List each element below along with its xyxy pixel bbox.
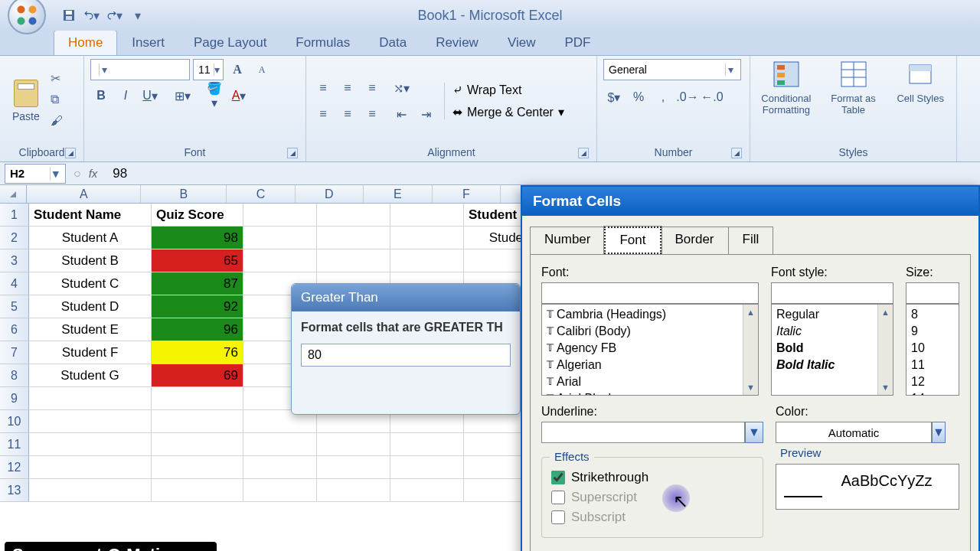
fc-style-input[interactable] bbox=[771, 282, 893, 304]
fc-superscript-check[interactable]: Superscript bbox=[551, 490, 753, 505]
row-header[interactable]: 4 bbox=[0, 272, 29, 295]
greater-than-input[interactable] bbox=[301, 344, 511, 367]
redo-icon[interactable]: ▾ bbox=[107, 8, 122, 23]
fc-color-select[interactable]: ▼ bbox=[776, 422, 906, 443]
fc-strikethrough-check[interactable]: Strikethrough bbox=[551, 470, 753, 485]
currency-icon[interactable]: $▾ bbox=[603, 86, 625, 108]
fc-font-option[interactable]: 𝕋Cambria (Headings) bbox=[544, 306, 756, 323]
orientation-icon[interactable]: ⤭▾ bbox=[390, 77, 412, 99]
fc-size-option[interactable]: 8 bbox=[908, 306, 957, 323]
fc-style-option[interactable]: Bold Italic bbox=[773, 357, 891, 373]
decrease-indent-icon[interactable]: ⇤ bbox=[390, 103, 412, 125]
fc-style-option[interactable]: Italic bbox=[773, 323, 891, 340]
cell[interactable]: Student A bbox=[29, 227, 152, 249]
number-launcher-icon[interactable]: ◢ bbox=[731, 148, 742, 158]
scroll-down-icon[interactable]: ▼ bbox=[743, 380, 758, 395]
row-header[interactable]: 12 bbox=[0, 456, 29, 479]
percent-icon[interactable]: % bbox=[628, 86, 649, 108]
shrink-font-icon[interactable]: A bbox=[251, 59, 273, 80]
tab-data[interactable]: Data bbox=[364, 30, 421, 55]
cell[interactable]: Student C bbox=[29, 272, 152, 295]
cell[interactable]: Quiz Score bbox=[152, 204, 243, 227]
fc-font-option[interactable]: 𝕋Arial bbox=[544, 373, 756, 390]
col-header-b[interactable]: B bbox=[141, 185, 227, 203]
tab-pdf[interactable]: PDF bbox=[550, 30, 605, 55]
tab-formulas[interactable]: Formulas bbox=[281, 30, 364, 55]
tab-page-layout[interactable]: Page Layout bbox=[179, 30, 281, 55]
font-size-combo[interactable]: 11▾ bbox=[193, 59, 224, 80]
cancel-formula-icon[interactable]: ○ bbox=[74, 167, 81, 181]
fc-font-option[interactable]: 𝕋Arial Black bbox=[544, 390, 756, 396]
align-right-icon[interactable]: ≡ bbox=[361, 103, 383, 125]
col-header-a[interactable]: A bbox=[27, 185, 141, 203]
align-middle-icon[interactable]: ≡ bbox=[337, 77, 358, 99]
cell[interactable]: 87 bbox=[152, 272, 243, 295]
format-as-table-button[interactable]: Format as Table bbox=[824, 59, 884, 116]
row-header[interactable]: 1 bbox=[0, 204, 29, 227]
font-name-combo[interactable]: ▾ bbox=[90, 59, 190, 80]
underline-button[interactable]: U▾ bbox=[139, 85, 161, 106]
align-left-icon[interactable]: ≡ bbox=[312, 103, 334, 125]
save-icon[interactable] bbox=[61, 8, 77, 23]
row-header[interactable]: 13 bbox=[0, 479, 29, 502]
fc-font-list[interactable]: 𝕋Cambria (Headings)𝕋Calibri (Body)𝕋Agenc… bbox=[541, 304, 759, 396]
row-header[interactable]: 3 bbox=[0, 249, 29, 272]
chevron-down-icon[interactable]: ▼ bbox=[745, 422, 763, 443]
cell[interactable]: Student Name bbox=[29, 204, 152, 227]
fc-subscript-check[interactable]: Subscript bbox=[551, 510, 753, 525]
fc-underline-select[interactable]: ▼ bbox=[541, 422, 763, 443]
decrease-decimal-icon[interactable]: ←.0 bbox=[701, 86, 723, 108]
align-bottom-icon[interactable]: ≡ bbox=[361, 77, 383, 99]
name-box[interactable]: H2▾ bbox=[5, 164, 66, 184]
select-all-corner[interactable] bbox=[0, 185, 27, 203]
bold-button[interactable]: B bbox=[90, 85, 112, 106]
border-button[interactable]: ⊞▾ bbox=[172, 85, 193, 106]
formula-input[interactable]: 98 bbox=[105, 166, 127, 181]
fc-font-option[interactable]: 𝕋Calibri (Body) bbox=[544, 323, 756, 340]
italic-button[interactable]: I bbox=[115, 85, 136, 106]
increase-indent-icon[interactable]: ⇥ bbox=[415, 103, 436, 125]
row-header[interactable]: 9 bbox=[0, 387, 29, 410]
row-header[interactable]: 11 bbox=[0, 433, 29, 456]
increase-decimal-icon[interactable]: .0→ bbox=[677, 86, 698, 108]
format-painter-icon[interactable]: 🖌 bbox=[51, 114, 67, 131]
scroll-up-icon[interactable]: ▲ bbox=[878, 305, 893, 320]
merge-center-button[interactable]: ⬌ Merge & Center ▾ bbox=[452, 105, 564, 119]
row-header[interactable]: 6 bbox=[0, 318, 29, 341]
row-header[interactable]: 8 bbox=[0, 364, 29, 387]
tab-view[interactable]: View bbox=[493, 30, 550, 55]
align-center-icon[interactable]: ≡ bbox=[337, 103, 358, 125]
fc-size-input[interactable] bbox=[906, 282, 959, 304]
worksheet[interactable]: A B C D E F G H I J K L M 1Student NameQ… bbox=[0, 185, 980, 551]
row-header[interactable]: 7 bbox=[0, 341, 29, 364]
fc-style-option[interactable]: Regular bbox=[773, 306, 891, 323]
copy-icon[interactable]: ⧉ bbox=[51, 93, 67, 109]
cell-styles-button[interactable]: Cell Styles bbox=[890, 59, 950, 116]
fc-tab-border[interactable]: Border bbox=[661, 227, 729, 254]
fc-font-input[interactable] bbox=[541, 282, 759, 304]
col-header-c[interactable]: C bbox=[227, 185, 295, 203]
cell[interactable]: 98 bbox=[152, 227, 243, 249]
cell[interactable]: 76 bbox=[152, 341, 243, 364]
cell[interactable]: Student B bbox=[29, 249, 152, 272]
fc-style-option[interactable]: Bold bbox=[773, 340, 891, 357]
fc-tab-fill[interactable]: Fill bbox=[728, 227, 774, 254]
fc-style-list[interactable]: RegularItalicBoldBold Italic ▲▼ bbox=[771, 304, 893, 396]
cut-icon[interactable]: ✂ bbox=[51, 71, 67, 88]
fc-tab-number[interactable]: Number bbox=[530, 227, 605, 254]
cell[interactable]: 65 bbox=[152, 249, 243, 272]
font-launcher-icon[interactable]: ◢ bbox=[287, 148, 298, 158]
scroll-up-icon[interactable]: ▲ bbox=[743, 305, 758, 320]
comma-icon[interactable]: , bbox=[652, 86, 674, 108]
cell[interactable]: Student D bbox=[29, 295, 152, 318]
fc-size-list[interactable]: 8910111214 bbox=[906, 304, 959, 396]
cell[interactable]: Student G bbox=[29, 364, 152, 387]
fc-size-option[interactable]: 9 bbox=[908, 323, 957, 340]
fx-icon[interactable]: fx bbox=[89, 167, 98, 180]
office-button[interactable] bbox=[8, 0, 46, 34]
cell[interactable]: 92 bbox=[152, 295, 243, 318]
align-top-icon[interactable]: ≡ bbox=[312, 77, 334, 99]
scroll-down-icon[interactable]: ▼ bbox=[878, 380, 893, 395]
fc-size-option[interactable]: 11 bbox=[908, 357, 957, 373]
fc-size-option[interactable]: 10 bbox=[908, 340, 957, 357]
